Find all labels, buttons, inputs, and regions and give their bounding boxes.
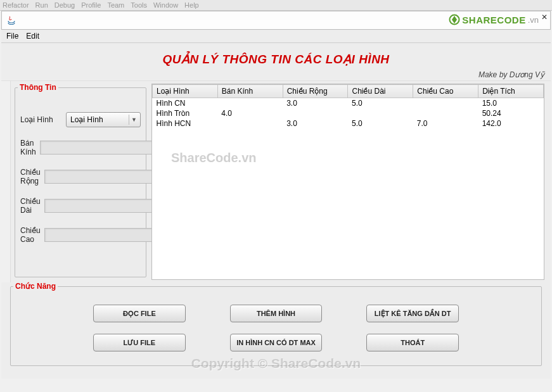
combo-loai-hinh[interactable]: Loại Hình ▼ <box>66 112 141 127</box>
func-panel: Chức Năng ĐỌC FILE THÊM HÌNH LIỆT KÊ TĂN… <box>1 282 551 379</box>
row-ban-kinh: Bán Kính <box>20 139 141 156</box>
table-row[interactable]: Hình Tròn 4.0 50.24 <box>153 108 544 118</box>
brand-text: SHARECODE <box>462 15 525 25</box>
cell: 3.0 <box>283 98 348 109</box>
ide-menu-item[interactable]: Team <box>107 1 124 9</box>
watermark: ShareCode.vn <box>171 151 256 165</box>
label-chieu-rong: Chiều Rộng <box>20 168 41 186</box>
window-titlebar: SHARECODE.vn ✕ <box>1 11 551 30</box>
thoat-button[interactable]: THOÁT <box>366 334 459 351</box>
cell: Hình HCN <box>153 118 218 129</box>
cell: 15.0 <box>478 98 544 109</box>
gutter-left <box>1 81 11 282</box>
cell: 50.24 <box>478 108 544 118</box>
java-icon <box>6 15 17 26</box>
cell <box>217 98 283 109</box>
button-grid: ĐỌC FILE THÊM HÌNH LIỆT KÊ TĂNG DẦN DT L… <box>17 305 535 351</box>
col-ban-kinh[interactable]: Bán Kính <box>217 85 283 98</box>
cell: 7.0 <box>413 118 478 129</box>
credit-line: Make by Dương Vỹ <box>1 70 551 80</box>
ide-menu-item[interactable]: Help <box>184 1 199 9</box>
col-chieu-rong[interactable]: Chiều Rộng <box>283 85 348 98</box>
cell <box>217 118 283 129</box>
them-hinh-button[interactable]: THÊM HÌNH <box>230 305 323 322</box>
func-fieldset: Chức Năng ĐỌC FILE THÊM HÌNH LIỆT KÊ TĂN… <box>10 286 542 366</box>
cell <box>283 108 348 118</box>
content-row: Thông Tin Loại Hình Loại Hình ▼ Bán Kính… <box>1 81 551 282</box>
col-chieu-cao[interactable]: Chiều Cao <box>413 85 478 98</box>
table-row[interactable]: Hình HCN 3.0 5.0 7.0 142.0 <box>153 118 544 129</box>
heading-area: QUẢN LÝ THÔNG TIN CÁC LOẠI HÌNH Make by … <box>1 43 551 81</box>
ide-menu-item[interactable]: Profile <box>81 1 101 9</box>
cell: 3.0 <box>283 118 348 129</box>
cell: 4.0 <box>217 108 283 118</box>
chevron-down-icon: ▼ <box>129 115 139 125</box>
ide-menu-item[interactable]: Tools <box>131 1 147 9</box>
brand-suffix: .vn <box>528 15 539 25</box>
sharecode-brand: SHARECODE.vn <box>449 14 539 25</box>
table-panel: Loại Hình Bán Kính Chiều Rộng Chiều Dài … <box>150 81 547 282</box>
gutter-right <box>547 81 551 282</box>
cell: Hình CN <box>153 98 218 109</box>
col-chieu-dai[interactable]: Chiều Dài <box>348 85 413 98</box>
data-table: Loại Hình Bán Kính Chiều Rộng Chiều Dài … <box>152 84 544 129</box>
input-ban-kinh[interactable] <box>40 141 153 155</box>
liet-ke-button[interactable]: LIỆT KÊ TĂNG DẦN DT <box>366 305 459 322</box>
label-loai-hinh: Loại Hình <box>20 115 62 124</box>
cell: 5.0 <box>348 98 413 109</box>
row-chieu-cao: Chiều Cao <box>20 226 141 244</box>
info-fieldset: Thông Tin Loại Hình Loại Hình ▼ Bán Kính… <box>15 87 146 277</box>
in-hinh-button[interactable]: IN HÌNH CN CÓ DT MAX <box>230 334 323 351</box>
ide-menu-item[interactable]: Debug <box>55 1 75 9</box>
menu-edit[interactable]: Edit <box>26 32 39 41</box>
cell: 142.0 <box>478 118 544 129</box>
ide-menu-bar: Refactor Run Debug Profile Team Tools Wi… <box>0 0 552 11</box>
table-wrap: Loại Hình Bán Kính Chiều Rộng Chiều Dài … <box>151 84 544 280</box>
app-menu-bar: File Edit <box>1 30 551 43</box>
ide-menu-item[interactable]: Window <box>153 1 178 9</box>
col-loai-hinh[interactable]: Loại Hình <box>153 85 218 98</box>
label-chieu-dai: Chiều Dài <box>20 197 41 215</box>
cell: Hình Tròn <box>153 108 218 118</box>
row-chieu-dai: Chiều Dài <box>20 197 141 215</box>
info-panel: Thông Tin Loại Hình Loại Hình ▼ Bán Kính… <box>11 81 150 282</box>
input-chieu-dai[interactable] <box>44 199 158 213</box>
table-header-row: Loại Hình Bán Kính Chiều Rộng Chiều Dài … <box>153 85 544 98</box>
cell <box>348 108 413 118</box>
input-chieu-cao[interactable] <box>44 228 158 242</box>
row-chieu-rong: Chiều Rộng <box>20 168 141 186</box>
ide-menu-item[interactable]: Run <box>35 1 48 9</box>
col-dien-tich[interactable]: Diện Tích <box>478 85 544 98</box>
label-ban-kinh: Bán Kính <box>20 139 36 156</box>
sharecode-logo-icon <box>449 14 460 25</box>
input-chieu-rong[interactable] <box>44 170 158 184</box>
table-row[interactable]: Hình CN 3.0 5.0 15.0 <box>153 98 544 109</box>
cell <box>413 108 478 118</box>
close-icon[interactable]: ✕ <box>541 13 548 22</box>
ide-menu-item[interactable]: Refactor <box>3 1 29 9</box>
func-legend: Chức Năng <box>13 282 58 291</box>
menu-file[interactable]: File <box>6 32 18 41</box>
luu-file-button[interactable]: LƯU FILE <box>93 334 186 351</box>
page-title: QUẢN LÝ THÔNG TIN CÁC LOẠI HÌNH <box>1 48 551 70</box>
row-loai-hinh: Loại Hình Loại Hình ▼ <box>20 112 141 127</box>
label-chieu-cao: Chiều Cao <box>20 226 41 244</box>
doc-file-button[interactable]: ĐỌC FILE <box>93 305 186 322</box>
combo-value: Loại Hình <box>70 115 103 124</box>
cell: 5.0 <box>348 118 413 129</box>
cell <box>413 98 478 109</box>
info-legend: Thông Tin <box>18 83 58 92</box>
